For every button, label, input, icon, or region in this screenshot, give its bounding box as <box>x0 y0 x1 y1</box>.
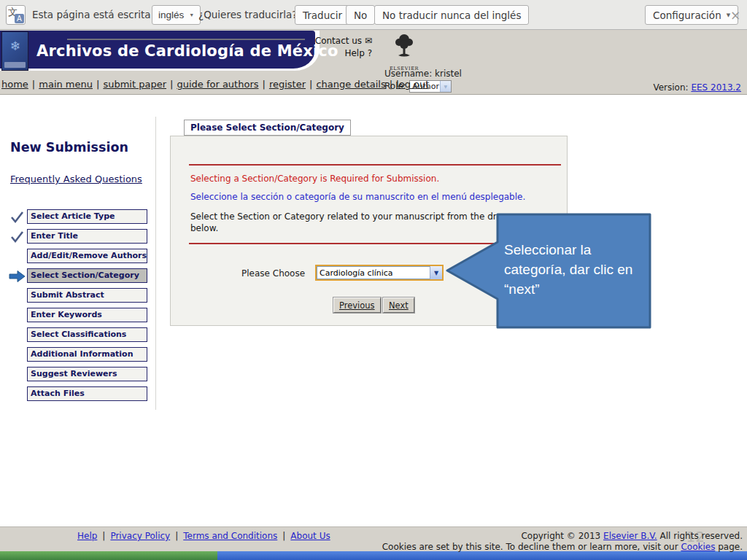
main-nav: home|main menu|submit paper|guide for au… <box>1 79 429 90</box>
nav-register[interactable]: register <box>269 79 306 90</box>
red-rule <box>189 164 561 166</box>
check-icon <box>7 211 26 224</box>
english-instruction-line2: below. <box>190 223 218 233</box>
header: Archivos de Cardiología de México ❄ Cont… <box>0 30 747 95</box>
faq-link[interactable]: Frequently Asked Questions <box>10 174 142 184</box>
taskbar-strip-green <box>0 551 217 560</box>
required-message: Selecting a Section/Category is Required… <box>190 174 439 184</box>
version-link[interactable]: EES 2013.2 <box>691 82 741 93</box>
footer-terms-link[interactable]: Terms and Conditions <box>183 531 277 541</box>
caret-down-icon: ▼ <box>189 12 194 18</box>
elsevier-link[interactable]: Elsevier B.V. <box>603 531 657 541</box>
taskbar-strip-blue <box>217 551 747 560</box>
cookies-line: Cookies are set by this site. To decline… <box>382 542 743 552</box>
please-choose-label: Please Choose <box>241 268 305 279</box>
dropdown-arrow-icon[interactable]: ▼ <box>430 266 442 279</box>
username-value: kristel <box>435 69 462 79</box>
footer: 12 Help|Privacy Policy|Terms and Conditi… <box>0 526 747 551</box>
footer-help-link[interactable]: Help <box>77 531 97 541</box>
previous-button[interactable]: Previous <box>333 298 381 313</box>
translate-question: ¿Quieres traducirla? <box>198 9 297 20</box>
translate-icon: 文 A <box>6 5 26 25</box>
username-label: Username: <box>384 69 435 79</box>
step-add-edit-remove-authors: Add/Edit/Remove Authors <box>0 249 155 268</box>
contact-us-link[interactable]: Contact us <box>315 36 362 46</box>
banner-divider <box>67 39 305 40</box>
version-info: Version: EES 2013.2 <box>653 82 741 93</box>
footer-about-link[interactable]: About Us <box>290 531 330 541</box>
nav-change-details[interactable]: change details <box>316 79 385 90</box>
submission-steps: Select Article Type Enter Title Add/Edit… <box>0 209 155 406</box>
page-title: New Submission <box>10 140 128 155</box>
question-mark-icon[interactable]: ? <box>368 48 372 58</box>
footer-privacy-link[interactable]: Privacy Policy <box>110 531 170 541</box>
step-enter-title: Enter Title <box>0 229 155 249</box>
translate-button[interactable]: Traducir <box>295 5 350 25</box>
never-translate-button[interactable]: No traducir nunca del inglés <box>374 5 529 25</box>
close-icon[interactable]: × <box>730 8 740 23</box>
settings-button[interactable]: Configuración ▼ <box>645 5 738 25</box>
nav-main-menu[interactable]: main menu <box>39 79 93 90</box>
next-button[interactable]: Next <box>383 298 414 313</box>
step-enter-keywords: Enter Keywords <box>0 308 155 327</box>
step-submit-abstract: Submit Abstract <box>0 288 155 308</box>
sidebar-divider <box>155 117 156 410</box>
check-icon <box>7 230 26 244</box>
step-additional-information: Additional Information <box>0 347 155 367</box>
elsevier-tree-icon <box>392 33 416 59</box>
step-select-classifications: Select Classifications <box>0 327 155 347</box>
nav-submit-paper[interactable]: submit paper <box>103 79 166 90</box>
nav-log-out[interactable]: log out <box>396 79 429 90</box>
spanish-instruction: Seleccione la sección o categoría de su … <box>190 192 525 202</box>
contact-help-block: Contact us ✉ Help ? <box>290 35 372 60</box>
step-select-article-type: Select Article Type <box>0 209 155 229</box>
step-suggest-reviewers: Suggest Reviewers <box>0 367 155 386</box>
nav-home[interactable]: home <box>1 79 28 90</box>
cookies-link[interactable]: Cookies <box>681 542 715 552</box>
help-link[interactable]: Help <box>344 48 364 58</box>
step-attach-files: Attach Files <box>0 386 155 406</box>
step-select-section-category: Select Section/Category <box>0 268 155 288</box>
translate-message: Esta página está escrita en <box>32 9 166 20</box>
mail-icon: ✉ <box>365 36 372 46</box>
journal-banner: Archivos de Cardiología de México <box>0 31 315 69</box>
elsevier-logo: ELSEVIER <box>387 33 421 73</box>
no-button[interactable]: No <box>346 5 375 25</box>
footer-links: Help|Privacy Policy|Terms and Conditions… <box>77 531 330 541</box>
nav-guide-for-authors[interactable]: guide for authors <box>177 79 258 90</box>
copyright-line: Copyright © 2013 Elsevier B.V. All right… <box>521 531 743 541</box>
translate-bar: 文 A Esta página está escrita en inglés ▼… <box>0 0 747 30</box>
section-category-dropdown[interactable]: Cardiología clínica ▼ <box>315 265 444 281</box>
journal-logo: ❄ <box>1 31 28 71</box>
current-step-arrow-icon <box>7 270 26 283</box>
tab-select-section-category: Please Select Section/Category <box>184 120 351 136</box>
caret-down-icon: ▼ <box>440 81 451 92</box>
callout-text: Seleccionar la categoría, dar clic en “n… <box>504 240 640 299</box>
screen: 文 A Esta página está escrita en inglés ▼… <box>0 0 747 560</box>
snowflake-icon: ❄ <box>2 32 28 60</box>
language-select[interactable]: inglés ▼ <box>152 5 201 25</box>
